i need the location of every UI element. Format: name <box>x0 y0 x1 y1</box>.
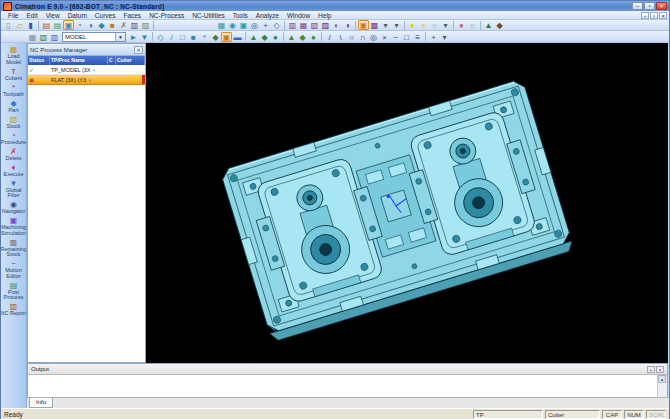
nc-panel-close-icon[interactable]: × <box>134 46 143 54</box>
pick-dropdown-icon[interactable]: ▼ <box>139 32 150 42</box>
close-button[interactable]: × <box>656 2 667 10</box>
layers-icon[interactable]: ▧ <box>38 32 49 42</box>
draw-circle-icon[interactable]: ○ <box>346 32 357 42</box>
output-content[interactable]: ▴ <box>28 375 667 397</box>
grid-icon[interactable]: ▦ <box>27 32 38 42</box>
sidebar-item-remaining-stock[interactable]: ▩Remaining Stock <box>1 238 27 258</box>
output-header[interactable]: Output ▪ × <box>28 364 667 375</box>
select-frame-icon[interactable]: ▦ <box>216 20 227 30</box>
zoom-icon[interactable]: ◎ <box>249 20 260 30</box>
uv-box-icon[interactable]: ▣ <box>358 20 369 30</box>
sidebar-item-cutters[interactable]: TCutters <box>1 67 27 82</box>
paste-icon[interactable]: ▨ <box>140 20 151 30</box>
model-selector[interactable]: MODEL ▼ <box>62 32 126 42</box>
save-icon[interactable]: ▮ <box>25 20 36 30</box>
menu-view[interactable]: View <box>42 12 64 19</box>
display-mode-2-icon[interactable]: ▦ <box>298 20 309 30</box>
filter-solid-icon[interactable]: ■ <box>188 32 199 42</box>
draw-offset-icon[interactable]: ≡ <box>412 32 423 42</box>
menu-nc-process[interactable]: NC-Process <box>145 12 188 19</box>
feature-green-1-icon[interactable]: ▲ <box>248 32 259 42</box>
snap-3-icon[interactable]: ● <box>308 32 319 42</box>
draw-ellipse-icon[interactable]: ◎ <box>368 32 379 42</box>
filter-feature-icon[interactable]: ◆ <box>210 32 221 42</box>
menu-curves[interactable]: Curves <box>91 12 120 19</box>
restore-button[interactable]: ▫ <box>644 2 655 10</box>
uv-select-icon[interactable]: ▣ <box>221 32 232 42</box>
light-dim-icon[interactable]: ● <box>418 20 429 30</box>
display-dropdown-icon[interactable]: ▾ <box>380 20 391 30</box>
tool-orange-icon[interactable]: ■ <box>107 20 118 30</box>
filter-point-icon[interactable]: ◇ <box>155 32 166 42</box>
load-model-icon[interactable]: ▤ <box>41 20 52 30</box>
move-4way-icon[interactable]: + <box>428 32 439 42</box>
sim-green-icon[interactable]: ▲ <box>483 20 494 30</box>
refresh-view-icon[interactable]: ◉ <box>227 20 238 30</box>
output-close-icon[interactable]: × <box>656 366 664 373</box>
set-reference-icon[interactable]: ▥ <box>49 32 60 42</box>
mold-plate[interactable] <box>220 79 575 343</box>
material-sphere-icon[interactable]: ● <box>456 20 467 30</box>
render-wire-icon[interactable]: ◑ <box>342 20 353 30</box>
output-scrollbar[interactable]: ▴ <box>657 375 667 397</box>
menu-faces[interactable]: Faces <box>119 12 145 19</box>
new-file-icon[interactable]: ▯ <box>3 20 14 30</box>
menu-analyze[interactable]: Analyze <box>252 12 283 19</box>
snap-2-icon[interactable]: ◆ <box>297 32 308 42</box>
pick-filter-icon[interactable]: ► <box>128 32 139 42</box>
sidebar-item-stock[interactable]: ▧Stock <box>1 115 27 130</box>
material-grey-icon[interactable]: ○ <box>467 20 478 30</box>
table-row[interactable]: ◉FLAT (3X) (Y3 ♀ <box>28 75 145 85</box>
chevron-down-icon[interactable]: ▼ <box>115 33 125 41</box>
sidebar-item-global-filter[interactable]: ▼Global Filter <box>1 179 27 199</box>
display-mode-4-icon[interactable]: ▨ <box>320 20 331 30</box>
child-minimize-button[interactable]: – <box>641 12 649 19</box>
copy-icon[interactable]: ▥ <box>129 20 140 30</box>
snap-1-icon[interactable]: ▲ <box>286 32 297 42</box>
menu-tools[interactable]: Tools <box>229 12 252 19</box>
light-on-icon[interactable]: ● <box>407 20 418 30</box>
table-row[interactable]: ✓TP_MODEL (3X ♀ <box>28 65 145 75</box>
menu-datum[interactable]: Datum <box>64 12 91 19</box>
fit-view-icon[interactable]: ◇ <box>271 20 282 30</box>
sidebar-item-machining-simulation[interactable]: ▣Machining Simulation <box>1 216 27 236</box>
draw-point-icon[interactable]: × <box>379 32 390 42</box>
sidebar-item-toolpath[interactable]: *Toolpath <box>1 83 27 98</box>
column-header-tp-proc-name[interactable]: TP/Proc Name <box>50 56 108 65</box>
child-close-button[interactable]: × <box>659 12 667 19</box>
sidebar-item-nc-report[interactable]: ▥NC Report <box>1 302 27 317</box>
multi-color-icon[interactable]: ◆ <box>494 20 505 30</box>
minimize-button[interactable]: – <box>632 2 643 10</box>
render-shaded-icon[interactable]: ◐ <box>331 20 342 30</box>
link-icon[interactable]: ◆ <box>96 20 107 30</box>
column-header-status[interactable]: Status <box>28 56 50 65</box>
feature-green-3-icon[interactable]: ● <box>270 32 281 42</box>
viewport[interactable] <box>146 43 668 363</box>
display-screen-icon[interactable]: ▣ <box>63 20 74 30</box>
view-cube-icon[interactable]: ▣ <box>238 20 249 30</box>
light-off-icon[interactable]: ○ <box>429 20 440 30</box>
menu-file[interactable]: File <box>4 12 22 19</box>
feature-green-2-icon[interactable]: ◆ <box>259 32 270 42</box>
tab-info[interactable]: Info <box>29 398 53 408</box>
filter-all-icon[interactable]: * <box>199 32 210 42</box>
cut-icon[interactable]: ✗ <box>118 20 129 30</box>
draw-line-2-icon[interactable]: \ <box>335 32 346 42</box>
sidebar-item-navigator[interactable]: ◉Navigator <box>1 200 27 215</box>
nc-panel-title-bar[interactable]: NC Process Manager × <box>28 44 145 56</box>
measure-icon[interactable]: ◔ <box>74 20 85 30</box>
sidebar-item-post-process[interactable]: ▤Post Process <box>1 281 27 301</box>
draw-rect-icon[interactable]: □ <box>401 32 412 42</box>
column-header-c[interactable]: C <box>108 56 116 65</box>
column-header-cutter[interactable]: Cutter <box>116 56 145 65</box>
window-select-icon[interactable]: ▬ <box>232 32 243 42</box>
light-dropdown-icon[interactable]: ▾ <box>440 20 451 30</box>
shade-dropdown-icon[interactable]: ▾ <box>391 20 402 30</box>
sidebar-item-execute[interactable]: ♦Execute <box>1 163 27 178</box>
open-folder-icon[interactable]: ▱ <box>14 20 25 30</box>
draw-spline-icon[interactable]: ~ <box>390 32 401 42</box>
sidebar-item-part[interactable]: ◆Part <box>1 99 27 114</box>
draw-line-icon[interactable]: / <box>324 32 335 42</box>
menu-edit[interactable]: Edit <box>22 12 41 19</box>
save-model-icon[interactable]: ▤ <box>52 20 63 30</box>
